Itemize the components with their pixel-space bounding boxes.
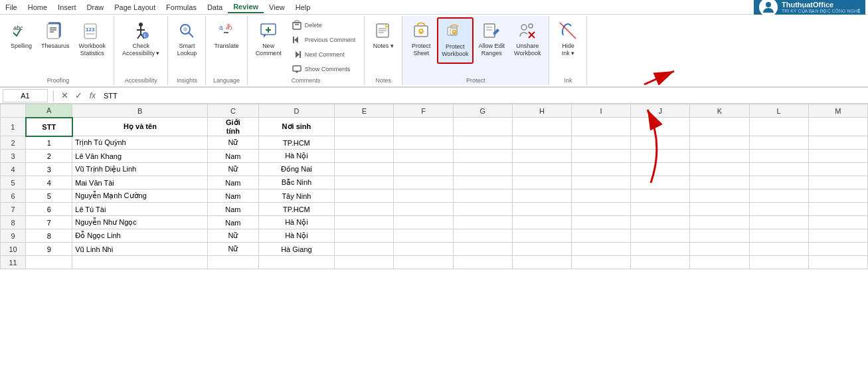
cell[interactable]: [690, 150, 749, 163]
cell[interactable]: Vũ Trịnh Diệu Linh: [72, 163, 208, 176]
cell[interactable]: 6: [26, 203, 72, 216]
cell[interactable]: [749, 136, 808, 150]
cell[interactable]: Nguyễn Mạnh Cường: [72, 189, 208, 203]
cell[interactable]: 7: [26, 216, 72, 229]
cell[interactable]: [512, 150, 571, 163]
cell[interactable]: [572, 176, 631, 189]
cell[interactable]: [512, 216, 571, 229]
col-header-a[interactable]: A: [26, 104, 72, 118]
cell[interactable]: [453, 118, 512, 136]
cell[interactable]: [453, 203, 512, 216]
cell[interactable]: [690, 243, 749, 256]
row-number-5[interactable]: 5: [1, 176, 26, 189]
cell[interactable]: [453, 136, 512, 150]
cell[interactable]: [335, 118, 394, 136]
menu-review[interactable]: Review: [228, 1, 264, 13]
cell[interactable]: [572, 163, 631, 176]
check-accessibility-button[interactable]: i CheckAccessibility ▾: [118, 17, 164, 64]
cell[interactable]: [394, 243, 453, 256]
col-header-d[interactable]: D: [258, 104, 335, 118]
col-header-e[interactable]: E: [335, 104, 394, 118]
cell[interactable]: TP.HCM: [258, 203, 335, 216]
menu-file[interactable]: File: [0, 2, 23, 13]
cell[interactable]: 5: [26, 189, 72, 203]
cell[interactable]: [335, 256, 394, 269]
cell[interactable]: [690, 136, 749, 150]
smart-lookup-button[interactable]: SmartLookup: [172, 17, 201, 64]
row-number-4[interactable]: 4: [1, 163, 26, 176]
cell[interactable]: [512, 118, 571, 136]
cell[interactable]: Đỗ Ngọc Linh: [72, 229, 208, 243]
cell[interactable]: [690, 216, 749, 229]
cell[interactable]: Nam: [208, 203, 258, 216]
row-number-9[interactable]: 9: [1, 229, 26, 243]
cell[interactable]: Giớitính: [208, 118, 258, 136]
show-comments-button[interactable]: Show Comments: [287, 63, 361, 76]
col-header-k[interactable]: K: [690, 104, 749, 118]
confirm-icon[interactable]: ✓: [73, 90, 84, 100]
cancel-icon[interactable]: ✕: [59, 90, 70, 100]
col-header-l[interactable]: L: [749, 104, 808, 118]
cell[interactable]: 9: [26, 243, 72, 256]
cell[interactable]: [335, 150, 394, 163]
cell[interactable]: Nam: [208, 176, 258, 189]
cell[interactable]: [512, 176, 571, 189]
menu-home[interactable]: Home: [23, 2, 52, 13]
cell[interactable]: Nữ: [208, 229, 258, 243]
cell[interactable]: Bắc Ninh: [258, 176, 335, 189]
cell-reference[interactable]: [3, 89, 48, 102]
cell[interactable]: [453, 150, 512, 163]
row-number-11[interactable]: 11: [1, 256, 26, 269]
cell[interactable]: [808, 256, 867, 269]
row-number-3[interactable]: 3: [1, 150, 26, 163]
cell[interactable]: Đồng Nai: [258, 163, 335, 176]
cell[interactable]: [808, 189, 867, 203]
cell[interactable]: [453, 243, 512, 256]
cell[interactable]: TP.HCM: [258, 136, 335, 150]
cell[interactable]: Nguyễn Như Ngọc: [72, 216, 208, 229]
cell[interactable]: [631, 243, 690, 256]
cell[interactable]: [690, 176, 749, 189]
hide-ink-button[interactable]: HideInk ▾: [553, 17, 582, 64]
cell[interactable]: 8: [26, 229, 72, 243]
translate-button[interactable]: a あ Translate: [210, 17, 242, 64]
cell[interactable]: 2: [26, 150, 72, 163]
cell[interactable]: [808, 243, 867, 256]
formula-input[interactable]: [101, 89, 865, 102]
protect-workbook-button[interactable]: ProtectWorkbook: [437, 17, 473, 64]
cell[interactable]: [394, 176, 453, 189]
col-header-j[interactable]: J: [631, 104, 690, 118]
cell[interactable]: [808, 216, 867, 229]
cell[interactable]: [631, 163, 690, 176]
cell[interactable]: Nam: [208, 216, 258, 229]
cell[interactable]: [690, 118, 749, 136]
cell[interactable]: 4: [26, 176, 72, 189]
menu-insert[interactable]: Insert: [52, 2, 82, 13]
cell[interactable]: [749, 163, 808, 176]
cell[interactable]: [335, 203, 394, 216]
cell[interactable]: [335, 216, 394, 229]
cell[interactable]: [335, 176, 394, 189]
new-comment-button[interactable]: NewComment: [252, 17, 286, 64]
cell[interactable]: [72, 256, 208, 269]
cell[interactable]: [572, 243, 631, 256]
cell[interactable]: [749, 189, 808, 203]
spelling-button[interactable]: abc Spelling: [7, 17, 36, 64]
cell[interactable]: [335, 136, 394, 150]
menu-formulas[interactable]: Formulas: [161, 2, 202, 13]
cell[interactable]: [631, 229, 690, 243]
cell[interactable]: [808, 163, 867, 176]
cell[interactable]: Vũ Linh Nhi: [72, 243, 208, 256]
cell[interactable]: [631, 189, 690, 203]
cell[interactable]: [394, 150, 453, 163]
menu-view[interactable]: View: [264, 2, 290, 13]
row-number-7[interactable]: 7: [1, 203, 26, 216]
cell[interactable]: STT: [26, 118, 72, 136]
cell[interactable]: [453, 163, 512, 176]
cell[interactable]: [512, 189, 571, 203]
cell[interactable]: Nam: [208, 189, 258, 203]
cell[interactable]: [690, 256, 749, 269]
cell[interactable]: [453, 229, 512, 243]
cell[interactable]: Mai Văn Tài: [72, 176, 208, 189]
cell[interactable]: Lê Văn Khang: [72, 150, 208, 163]
